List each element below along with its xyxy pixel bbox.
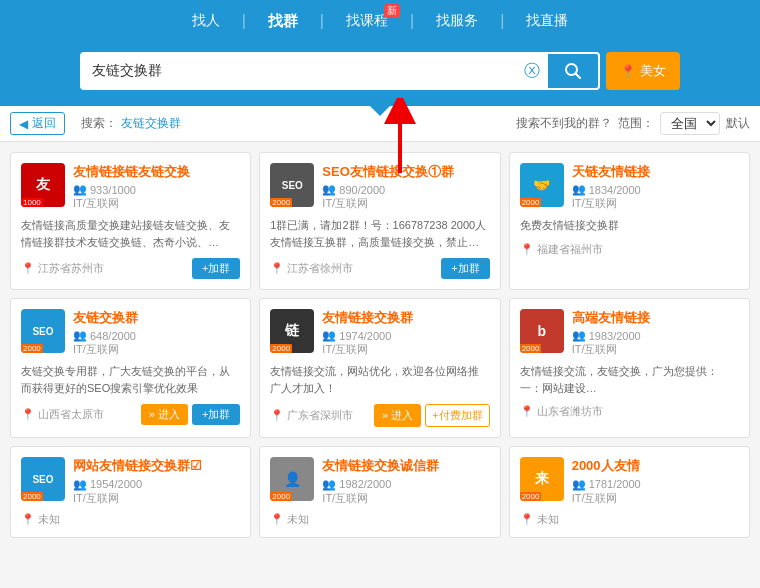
card-members: 👥 1834/2000 [572, 183, 739, 196]
card-title: 高端友情链接 [572, 309, 739, 327]
svg-line-3 [576, 74, 581, 79]
result-card: 链 2000 友情链接交换群 👥 1974/2000 IT/互联网 友情链接交流… [259, 298, 500, 438]
back-button[interactable]: ◀ 返回 [10, 112, 65, 135]
pay-join-button[interactable]: +付费加群 [425, 404, 489, 427]
location-pin-icon: 📍 [520, 405, 534, 418]
members-count: 1834/2000 [589, 184, 641, 196]
search-icon [564, 62, 582, 80]
members-icon: 👥 [322, 478, 336, 491]
members-icon: 👥 [572, 183, 586, 196]
member-badge: 2000 [520, 198, 542, 207]
members-count: 1954/2000 [90, 478, 142, 490]
enter-button[interactable]: » 进入 [141, 404, 188, 425]
card-category: IT/互联网 [73, 342, 240, 357]
join-button[interactable]: +加群 [192, 258, 240, 279]
location-pin-icon: 📍 [270, 513, 284, 526]
card-category: IT/互联网 [572, 196, 739, 211]
card-info: 友情链接交换诚信群 👥 1982/2000 IT/互联网 [322, 457, 489, 505]
card-footer: 📍 未知 [520, 512, 739, 527]
card-category: IT/互联网 [572, 342, 739, 357]
result-card: SEO 2000 友链交换群 👥 648/2000 IT/互联网 友链交换专用群… [10, 298, 251, 438]
card-location: 📍 未知 [270, 512, 309, 527]
location-pin-icon: 📍 [520, 243, 534, 256]
result-card: SEO 2000 SEO友情链接交换①群 👥 890/2000 IT/互联网 1… [259, 152, 500, 290]
search-input[interactable] [82, 63, 516, 79]
card-members: 👥 1974/2000 [322, 329, 489, 342]
card-avatar: SEO 2000 [21, 457, 65, 501]
result-card: 👤 2000 友情链接交换诚信群 👥 1982/2000 IT/互联网 📍 未知 [259, 446, 500, 537]
card-info: 网站友情链接交换群☑ 👥 1954/2000 IT/互联网 [73, 457, 240, 505]
card-members: 👥 890/2000 [322, 183, 489, 196]
location-icon: 📍 [620, 64, 636, 79]
card-location: 📍 未知 [520, 512, 559, 527]
card-title: SEO友情链接交换①群 [322, 163, 489, 181]
location-button[interactable]: 📍 美女 [606, 52, 680, 90]
card-info: 高端友情链接 👥 1983/2000 IT/互联网 [572, 309, 739, 357]
result-card: 友 1000 友情链接链友链交换 👥 933/1000 IT/互联网 友情链接高… [10, 152, 251, 290]
result-card: 🤝 2000 天链友情链接 👥 1834/2000 IT/互联网 免费友情链接交… [509, 152, 750, 290]
members-count: 890/2000 [339, 184, 385, 196]
card-members: 👥 1982/2000 [322, 478, 489, 491]
card-actions: +加群 [192, 258, 240, 279]
card-title: 友情链接交换诚信群 [322, 457, 489, 475]
members-count: 1983/2000 [589, 330, 641, 342]
card-avatar: 友 1000 [21, 163, 65, 207]
card-location: 📍 山东省潍坊市 [520, 404, 603, 419]
card-header: SEO 2000 SEO友情链接交换①群 👥 890/2000 IT/互联网 [270, 163, 489, 211]
card-description: 免费友情链接交换群 [520, 217, 739, 234]
nav-find-service[interactable]: 找服务 [414, 12, 500, 30]
nav-find-group[interactable]: 找群 [246, 12, 320, 31]
card-members: 👥 1983/2000 [572, 329, 739, 342]
members-icon: 👥 [73, 478, 87, 491]
search-button[interactable] [548, 52, 598, 90]
join-button[interactable]: +加群 [192, 404, 240, 425]
members-icon: 👥 [572, 478, 586, 491]
header: 找人 | 找群 | 找课程 新 | 找服务 | 找直播 [0, 0, 760, 42]
member-badge: 2000 [520, 492, 542, 501]
not-found-link[interactable]: 搜索不到我的群？ [516, 115, 612, 132]
card-location: 📍 未知 [21, 512, 60, 527]
range-select[interactable]: 全国 [660, 112, 720, 135]
nav-find-live[interactable]: 找直播 [504, 12, 590, 30]
card-location: 📍 江苏省苏州市 [21, 261, 104, 276]
card-header: 来 2000 2000人友情 👥 1781/2000 IT/互联网 [520, 457, 739, 505]
members-count: 1781/2000 [589, 478, 641, 490]
nav-find-course[interactable]: 找课程 新 [324, 12, 410, 30]
location-pin-icon: 📍 [21, 262, 35, 275]
card-header: b 2000 高端友情链接 👥 1983/2000 IT/互联网 [520, 309, 739, 357]
card-footer: 📍 山西省太原市 » 进入+加群 [21, 404, 240, 425]
card-category: IT/互联网 [572, 491, 739, 506]
members-icon: 👥 [73, 329, 87, 342]
members-count: 648/2000 [90, 330, 136, 342]
join-button[interactable]: +加群 [441, 258, 489, 279]
card-category: IT/互联网 [73, 491, 240, 506]
search-clear-btn[interactable]: ⓧ [516, 61, 548, 82]
card-avatar: 🤝 2000 [520, 163, 564, 207]
members-count: 933/1000 [90, 184, 136, 196]
card-avatar: 链 2000 [270, 309, 314, 353]
card-title: 网站友情链接交换群☑ [73, 457, 240, 475]
member-badge: 2000 [270, 198, 292, 207]
card-category: IT/互联网 [322, 491, 489, 506]
card-members: 👥 1954/2000 [73, 478, 240, 491]
card-info: 天链友情链接 👥 1834/2000 IT/互联网 [572, 163, 739, 211]
location-text: 广东省深圳市 [287, 408, 353, 423]
card-location: 📍 福建省福州市 [520, 242, 603, 257]
default-sort: 默认 [726, 115, 750, 132]
members-icon: 👥 [322, 183, 336, 196]
nav-find-people[interactable]: 找人 [170, 12, 242, 30]
card-avatar: 👤 2000 [270, 457, 314, 501]
member-badge: 2000 [520, 344, 542, 353]
card-location: 📍 山西省太原市 [21, 407, 104, 422]
results-grid: 友 1000 友情链接链友链交换 👥 933/1000 IT/互联网 友情链接高… [0, 142, 760, 548]
enter-button[interactable]: » 进入 [374, 404, 421, 427]
card-location: 📍 广东省深圳市 [270, 408, 353, 423]
member-badge: 2000 [270, 344, 292, 353]
location-text: 未知 [537, 512, 559, 527]
card-avatar: SEO 2000 [270, 163, 314, 207]
card-avatar: b 2000 [520, 309, 564, 353]
card-header: 👤 2000 友情链接交换诚信群 👥 1982/2000 IT/互联网 [270, 457, 489, 505]
result-card: b 2000 高端友情链接 👥 1983/2000 IT/互联网 友情链接交流，… [509, 298, 750, 438]
card-category: IT/互联网 [73, 196, 240, 211]
card-members: 👥 1781/2000 [572, 478, 739, 491]
